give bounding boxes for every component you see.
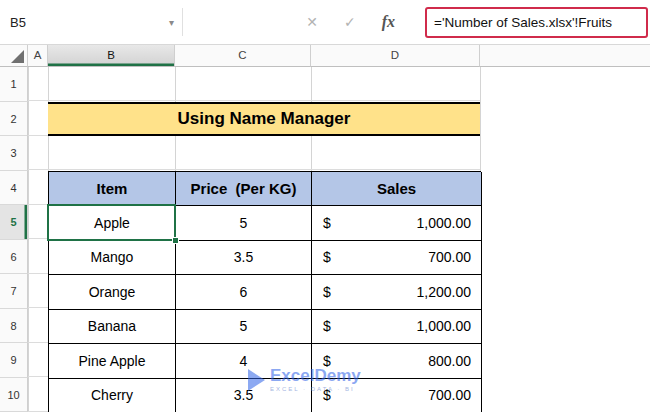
column-header-rest [480, 45, 650, 67]
cell-item[interactable]: Mango [49, 241, 176, 276]
sales-amount: 800.00 [428, 353, 471, 369]
title-banner[interactable]: Using Name Manager [48, 102, 480, 137]
row-header-8[interactable]: 8 [0, 309, 28, 344]
select-all-icon [11, 50, 24, 63]
cell-price[interactable]: 5 [176, 206, 312, 241]
row-header-5[interactable]: 5 [0, 205, 28, 240]
cell-sales[interactable]: $1,000.00 [312, 206, 482, 241]
select-all-corner[interactable] [0, 45, 28, 67]
row-header-10[interactable]: 10 [0, 378, 28, 412]
sales-amount: 1,000.00 [417, 318, 472, 334]
cell-item[interactable]: Orange [49, 275, 176, 310]
row-header-7[interactable]: 7 [0, 274, 28, 309]
cell-item[interactable]: Apple [49, 206, 176, 241]
fruit-table: Item Price (Per KG) Sales Apple5$1,000.0… [48, 171, 481, 412]
cancel-icon[interactable]: ✕ [306, 14, 318, 30]
table-header-sales[interactable]: Sales [312, 172, 482, 207]
row-header-6[interactable]: 6 [0, 240, 28, 275]
row-header-3[interactable]: 3 [0, 136, 28, 171]
name-box[interactable]: B5 ▾ [0, 7, 182, 37]
name-box-value: B5 [10, 15, 26, 30]
column-header-c[interactable]: C [175, 45, 311, 67]
cell-price[interactable]: 3.5 [176, 241, 312, 276]
column-header-d[interactable]: D [311, 45, 480, 67]
sales-amount: 1,200.00 [417, 284, 472, 300]
formula-toolbar: B5 ▾ ✕ ✓ fx ='Number of Sales.xlsx'!Frui… [0, 0, 650, 45]
currency-symbol: $ [323, 249, 331, 265]
cell-item[interactable]: Cherry [49, 379, 176, 412]
column-header-b[interactable]: B [48, 45, 175, 67]
worksheet: A B C D 1 2 3 4 5 6 7 8 9 10 Using Name … [0, 45, 650, 412]
column-header-a[interactable]: A [28, 45, 48, 67]
row-header-1[interactable]: 1 [0, 67, 28, 102]
formula-bar-buttons: ✕ ✓ fx [183, 0, 425, 44]
cell-item[interactable]: Banana [49, 310, 176, 345]
sales-amount: 700.00 [428, 387, 471, 403]
cell-price[interactable]: 6 [176, 275, 312, 310]
cell-item[interactable]: Pine Apple [49, 344, 176, 379]
cell-sales[interactable]: $1,000.00 [312, 310, 482, 345]
formula-input[interactable]: ='Number of Sales.xlsx'!Fruits [425, 7, 648, 38]
sales-amount: 700.00 [428, 249, 471, 265]
currency-symbol: $ [323, 353, 331, 369]
formula-text: ='Number of Sales.xlsx'!Fruits [434, 15, 612, 30]
cell-price[interactable]: 5 [176, 310, 312, 345]
sales-amount: 1,000.00 [417, 215, 472, 231]
row-header-2[interactable]: 2 [0, 102, 28, 137]
cell-sales[interactable]: $700.00 [312, 241, 482, 276]
cell-price[interactable]: 4 [176, 344, 312, 379]
currency-symbol: $ [323, 387, 331, 403]
table-header-price[interactable]: Price (Per KG) [176, 172, 312, 207]
name-box-dropdown-icon[interactable]: ▾ [169, 17, 174, 28]
table-header-item[interactable]: Item [49, 172, 176, 207]
enter-icon[interactable]: ✓ [344, 14, 356, 30]
cell-sales[interactable]: $1,200.00 [312, 275, 482, 310]
excel-window: B5 ▾ ✕ ✓ fx ='Number of Sales.xlsx'!Frui… [0, 0, 650, 412]
insert-function-icon[interactable]: fx [382, 13, 395, 31]
currency-symbol: $ [323, 215, 331, 231]
currency-symbol: $ [323, 318, 331, 334]
currency-symbol: $ [323, 284, 331, 300]
cell-price[interactable]: 3.5 [176, 379, 312, 412]
cell-sales[interactable]: $700.00 [312, 379, 482, 412]
row-header-9[interactable]: 9 [0, 343, 28, 378]
cell-sales[interactable]: $800.00 [312, 344, 482, 379]
row-header-4[interactable]: 4 [0, 171, 28, 206]
